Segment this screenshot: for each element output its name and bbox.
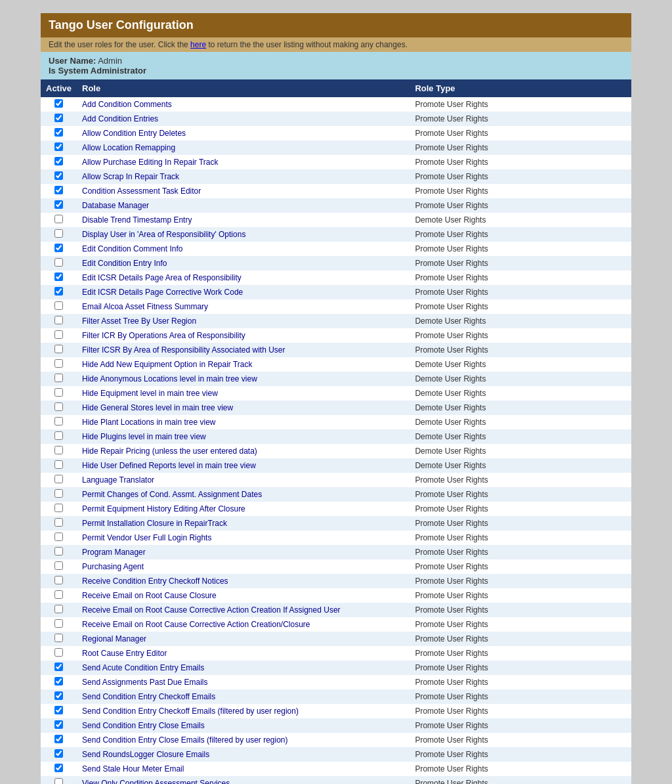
role-type-cell: Promote User Rights: [410, 603, 631, 617]
active-cell: [41, 213, 77, 227]
roles-table: Active Role Role Type Add Condition Comm…: [41, 79, 631, 784]
role-checkbox[interactable]: [54, 446, 63, 454]
table-row: Language TranslatorPromote User Rights: [41, 473, 631, 487]
table-row: Send Condition Entry Checkoff EmailsProm…: [41, 689, 631, 704]
role-checkbox[interactable]: [54, 561, 63, 570]
user-name-value: Admin: [98, 56, 122, 66]
role-type-cell: Promote User Rights: [410, 155, 631, 169]
active-cell: [41, 675, 77, 689]
table-row: Edit Condition Comment InfoPromote User …: [41, 242, 631, 256]
role-checkbox[interactable]: [54, 330, 63, 339]
role-name-cell: Hide Plugins level in main tree view: [77, 429, 410, 444]
role-checkbox[interactable]: [54, 475, 63, 483]
role-name-cell: Edit Condition Comment Info: [77, 242, 410, 256]
role-checkbox[interactable]: [54, 431, 63, 440]
role-type-cell: Demote User Rights: [410, 357, 631, 372]
table-row: Send Assignments Past Due EmailsPromote …: [41, 675, 631, 689]
role-type-cell: Promote User Rights: [410, 473, 631, 487]
role-checkbox[interactable]: [54, 388, 63, 397]
col-header-role: Role: [77, 79, 410, 97]
role-checkbox[interactable]: [54, 576, 63, 584]
role-checkbox[interactable]: [54, 215, 63, 223]
role-checkbox[interactable]: [54, 749, 63, 758]
role-name-cell: Database Manager: [77, 198, 410, 213]
role-checkbox[interactable]: [54, 417, 63, 425]
role-checkbox[interactable]: [54, 547, 63, 555]
role-checkbox[interactable]: [54, 258, 63, 267]
table-row: Purchasing AgentPromote User Rights: [41, 559, 631, 574]
role-checkbox[interactable]: [54, 590, 63, 599]
role-checkbox[interactable]: [54, 316, 63, 324]
role-checkbox[interactable]: [54, 272, 63, 281]
role-name-cell: Permit Changes of Cond. Assmt. Assignmen…: [77, 487, 410, 502]
role-checkbox[interactable]: [54, 489, 63, 498]
role-checkbox[interactable]: [54, 287, 63, 295]
role-checkbox[interactable]: [54, 403, 63, 411]
here-link[interactable]: here: [190, 40, 206, 49]
role-checkbox[interactable]: [54, 533, 63, 541]
role-type-cell: Promote User Rights: [410, 227, 631, 242]
role-type-cell: Demote User Rights: [410, 415, 631, 429]
role-checkbox[interactable]: [54, 128, 63, 137]
role-checkbox[interactable]: [54, 142, 63, 151]
role-checkbox[interactable]: [54, 720, 63, 729]
role-checkbox[interactable]: [54, 677, 63, 686]
active-cell: [41, 747, 77, 762]
role-checkbox[interactable]: [54, 345, 63, 353]
role-name-cell: Permit Vendor User Full Login Rights: [77, 531, 410, 545]
active-cell: [41, 328, 77, 343]
role-checkbox[interactable]: [54, 518, 63, 527]
role-checkbox[interactable]: [54, 171, 63, 180]
role-checkbox[interactable]: [54, 764, 63, 772]
role-checkbox[interactable]: [54, 605, 63, 613]
table-row: Hide User Defined Reports level in main …: [41, 458, 631, 473]
role-checkbox[interactable]: [54, 99, 63, 108]
role-name-cell: Program Manager: [77, 545, 410, 559]
active-cell: [41, 646, 77, 661]
role-checkbox[interactable]: [54, 778, 63, 784]
role-checkbox[interactable]: [54, 460, 63, 469]
subtitle-post: to return the the user listing without m…: [206, 40, 408, 49]
role-checkbox[interactable]: [54, 114, 63, 122]
role-name-cell: Hide Equipment level in main tree view: [77, 386, 410, 401]
role-name-cell: Hide Add New Equipment Option in Repair …: [77, 357, 410, 372]
role-name-cell: Regional Manager: [77, 632, 410, 646]
table-header-row: Active Role Role Type: [41, 79, 631, 97]
role-name-cell: Hide Plant Locations in main tree view: [77, 415, 410, 429]
active-cell: [41, 733, 77, 747]
active-cell: [41, 155, 77, 169]
table-row: Edit ICSR Details Page Corrective Work C…: [41, 285, 631, 299]
active-cell: [41, 458, 77, 473]
role-checkbox[interactable]: [54, 735, 63, 743]
active-cell: [41, 256, 77, 271]
role-type-cell: Promote User Rights: [410, 704, 631, 718]
role-checkbox[interactable]: [54, 200, 63, 209]
role-checkbox[interactable]: [54, 301, 63, 310]
role-type-cell: Promote User Rights: [410, 617, 631, 632]
role-checkbox[interactable]: [54, 663, 63, 671]
role-checkbox[interactable]: [54, 691, 63, 700]
role-checkbox[interactable]: [54, 634, 63, 642]
table-row: Program ManagerPromote User Rights: [41, 545, 631, 559]
table-row: Allow Scrap In Repair TrackPromote User …: [41, 169, 631, 184]
table-body: Add Condition CommentsPromote User Right…: [41, 97, 631, 784]
role-checkbox[interactable]: [54, 619, 63, 628]
active-cell: [41, 357, 77, 372]
role-name-cell: Condition Assessment Task Editor: [77, 184, 410, 198]
role-name-cell: Add Condition Comments: [77, 97, 410, 112]
role-type-cell: Demote User Rights: [410, 458, 631, 473]
role-checkbox[interactable]: [54, 157, 63, 165]
role-checkbox[interactable]: [54, 374, 63, 382]
role-checkbox[interactable]: [54, 229, 63, 238]
role-checkbox[interactable]: [54, 359, 63, 368]
role-checkbox[interactable]: [54, 706, 63, 714]
table-row: View Only Condition Assessment ServicesP…: [41, 776, 631, 784]
role-checkbox[interactable]: [54, 244, 63, 252]
role-checkbox[interactable]: [54, 648, 63, 657]
role-checkbox[interactable]: [54, 186, 63, 194]
table-row: Hide General Stores level in main tree v…: [41, 401, 631, 415]
role-name-cell: Hide Repair Pricing (unless the user ent…: [77, 444, 410, 458]
role-type-cell: Demote User Rights: [410, 401, 631, 415]
role-checkbox[interactable]: [54, 504, 63, 512]
role-type-cell: Promote User Rights: [410, 718, 631, 733]
